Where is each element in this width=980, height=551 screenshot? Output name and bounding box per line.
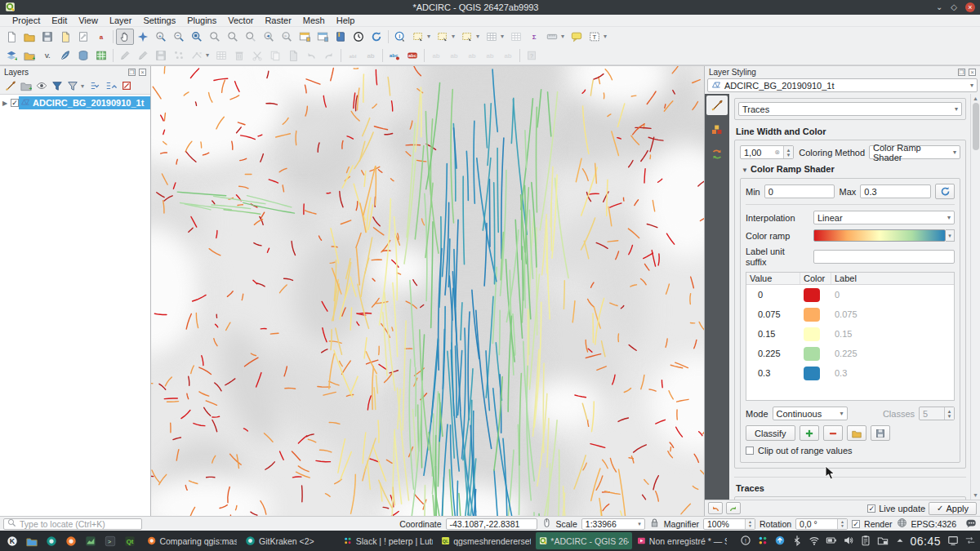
3d-view-tab-icon[interactable] xyxy=(706,120,728,140)
ramp-table-row[interactable]: 0.225 0.225 xyxy=(746,344,954,363)
add-value-icon[interactable] xyxy=(800,425,819,441)
pan-to-selection-icon[interactable] xyxy=(134,29,152,45)
color-swatch[interactable] xyxy=(804,308,820,322)
label-tool-2-icon[interactable]: ab xyxy=(445,47,463,64)
attribute-table-icon[interactable] xyxy=(483,29,501,45)
menu-help[interactable]: Help xyxy=(331,16,361,25)
add-vector-layer-icon[interactable]: + xyxy=(2,47,20,64)
select-expression-icon[interactable] xyxy=(434,29,452,45)
max-field[interactable]: 0.3 xyxy=(860,184,931,198)
task-gitkraken[interactable]: GitKraken <2> xyxy=(242,532,338,549)
menu-raster[interactable]: Raster xyxy=(259,16,296,25)
color-swatch[interactable] xyxy=(804,327,820,341)
open-project-icon[interactable] xyxy=(20,29,38,45)
ramp-table-row[interactable]: 0 0 xyxy=(746,285,954,304)
undo-icon[interactable] xyxy=(302,47,320,64)
save-project-icon[interactable] xyxy=(38,29,56,45)
slack-tray-icon[interactable] xyxy=(757,535,768,548)
file-manager-icon[interactable] xyxy=(22,532,42,550)
zoom-next-icon[interactable]: ▸ xyxy=(278,29,296,45)
abacus-icon[interactable] xyxy=(507,29,525,45)
measure-icon[interactable] xyxy=(543,29,561,45)
label-tool-1-icon[interactable]: ab xyxy=(427,47,445,64)
style-manager-icon[interactable] xyxy=(74,29,92,45)
clock[interactable]: 06:45 xyxy=(910,535,941,548)
locator-input[interactable]: Type to locate (Ctrl+K) xyxy=(3,518,142,530)
current-edits-icon[interactable] xyxy=(116,47,134,64)
zoom-in-icon[interactable]: + xyxy=(152,29,170,45)
copy-icon[interactable] xyxy=(266,47,284,64)
kde-menu-icon[interactable]: K xyxy=(2,532,22,550)
bluetooth-icon[interactable] xyxy=(791,535,803,548)
clipboard-icon[interactable] xyxy=(860,535,871,548)
firefox-launcher-icon[interactable] xyxy=(61,532,81,550)
crs-value[interactable]: EPSG:4326 xyxy=(911,519,956,529)
close-panel-icon[interactable]: × xyxy=(139,69,146,76)
sync-tray-icon[interactable] xyxy=(774,535,786,548)
remove-layer-icon[interactable] xyxy=(119,79,134,92)
rotation-spin[interactable]: 0,0 °▲▼ xyxy=(795,518,848,530)
select-features-icon[interactable] xyxy=(409,29,427,45)
new-map-view-icon[interactable] xyxy=(296,29,314,45)
menu-view[interactable]: View xyxy=(73,16,104,25)
messages-icon[interactable] xyxy=(965,518,977,531)
text-annotation-icon[interactable]: T xyxy=(586,29,604,45)
minimize-button[interactable]: ⌄ xyxy=(936,3,942,11)
zoom-full-icon[interactable] xyxy=(188,29,206,45)
pager-icon[interactable] xyxy=(964,535,976,548)
styling-layer-selector[interactable]: ADCIRC_BG_20190910_1t ▾ xyxy=(707,78,978,92)
suffix-field[interactable] xyxy=(813,250,955,264)
show-desktop-icon[interactable] xyxy=(947,535,959,548)
battery-icon[interactable] xyxy=(826,535,837,548)
filter-legend-icon[interactable] xyxy=(50,79,65,92)
help-contents-icon[interactable]: ? xyxy=(523,47,541,64)
bookmark-icon[interactable] xyxy=(332,29,350,45)
dropdown-caret-icon[interactable]: ▾ xyxy=(452,33,458,40)
load-ramp-icon[interactable] xyxy=(847,425,866,441)
menu-edit[interactable]: Edit xyxy=(46,16,73,25)
gitkraken-launcher-icon[interactable] xyxy=(42,532,61,550)
symbology-icon[interactable]: a xyxy=(92,29,110,45)
add-postgis-icon[interactable] xyxy=(74,47,92,64)
dropdown-caret-icon[interactable]: ▾ xyxy=(476,33,483,40)
label-pin-icon[interactable]: ab xyxy=(362,47,380,64)
color-swatch[interactable] xyxy=(804,347,820,361)
save-edits-icon[interactable] xyxy=(152,47,170,64)
label-highlight-icon[interactable]: abl xyxy=(344,47,362,64)
add-delimited-icon[interactable] xyxy=(56,47,74,64)
digitize-icon[interactable] xyxy=(170,47,188,64)
label-tool-3-icon[interactable]: ab xyxy=(463,47,481,64)
dropdown-caret-icon[interactable]: ▾ xyxy=(206,51,212,59)
shader-section-header[interactable]: ▼ Color Ramp Shader xyxy=(742,164,960,174)
menu-plugins[interactable]: Plugins xyxy=(181,16,222,25)
task-firefox[interactable]: Comparing qgis:mast... xyxy=(144,532,240,549)
close-styling-icon[interactable]: × xyxy=(969,69,976,76)
monitor-app-icon[interactable] xyxy=(81,532,100,550)
coloring-method-combo[interactable]: Color Ramp Shader▾ xyxy=(869,145,960,159)
panel-undo-button[interactable] xyxy=(708,502,723,514)
dropdown-caret-icon[interactable]: ▾ xyxy=(427,33,434,40)
new-3d-view-icon[interactable] xyxy=(314,29,332,45)
map-canvas[interactable] xyxy=(151,66,704,516)
manage-themes-icon[interactable] xyxy=(34,79,49,92)
expand-arrow-icon[interactable]: ▶ xyxy=(2,100,11,107)
scale-combo[interactable]: 1:33966▾ xyxy=(581,518,645,530)
renderer-combo[interactable]: Traces▾ xyxy=(738,102,962,116)
cut-icon[interactable] xyxy=(248,47,266,64)
statistics-icon[interactable]: Σ xyxy=(525,29,543,45)
clear-icon[interactable]: ⊗ xyxy=(774,149,780,156)
toggle-editing-icon[interactable] xyxy=(134,47,152,64)
maximize-button[interactable]: ◇ xyxy=(951,3,957,11)
delete-selected-icon[interactable] xyxy=(230,47,248,64)
ramp-table-row[interactable]: 0.15 0.15 xyxy=(746,324,954,344)
menu-vector[interactable]: Vector xyxy=(222,16,259,25)
classify-button[interactable]: Classify xyxy=(746,425,795,441)
close-button[interactable]: × xyxy=(965,2,975,12)
remove-value-icon[interactable] xyxy=(823,425,843,441)
new-project-icon[interactable] xyxy=(2,29,20,45)
add-mesh-layer-icon[interactable]: V. xyxy=(38,47,56,64)
dropdown-caret-icon[interactable]: ▾ xyxy=(81,82,87,90)
open-layer-styling-icon[interactable] xyxy=(3,79,18,92)
ramp-table-row[interactable]: 0.075 0.075 xyxy=(746,304,954,324)
line-width-spin[interactable]: 1,00⊗ ▲▼ xyxy=(740,145,794,159)
